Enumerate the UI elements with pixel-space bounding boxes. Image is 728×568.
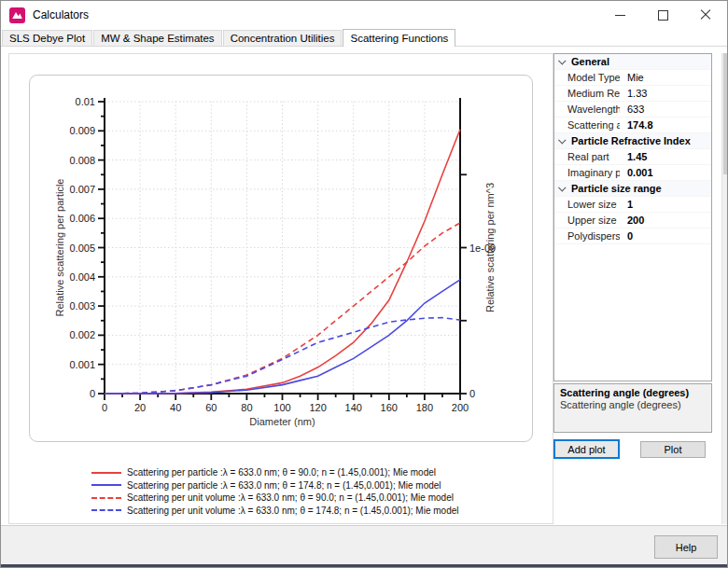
property-description-box: Scattering angle (degrees) Scattering an…: [553, 383, 712, 433]
legend-label: Scattering per unit volume :λ = 633.0 nm…: [127, 492, 454, 503]
footer-bar: Help: [1, 525, 728, 564]
chevron-down-icon[interactable]: [558, 184, 566, 191]
property-value[interactable]: 0.001: [627, 165, 653, 180]
legend-line-sample: [91, 509, 121, 511]
legend-item-3: Scattering per unit volume :λ = 633.0 nm…: [91, 505, 458, 518]
property-group-name: General: [571, 54, 609, 69]
legend-line-sample: [91, 472, 121, 474]
svg-text:0.002: 0.002: [69, 329, 95, 340]
property-value[interactable]: 1.33: [627, 86, 647, 101]
property-row-1-0[interactable]: Real part1.45: [554, 149, 711, 165]
property-row-0-3[interactable]: Scattering a174.8: [554, 118, 711, 133]
help-button[interactable]: Help: [654, 535, 718, 559]
svg-text:80: 80: [241, 402, 252, 413]
scrollbar-thumb[interactable]: [723, 53, 728, 174]
title-bar: Calculators: [1, 1, 727, 29]
add-plot-button[interactable]: Add plot: [553, 439, 620, 459]
property-description-text: Scattering angle (degrees): [560, 399, 706, 410]
maximize-button[interactable]: [641, 1, 684, 29]
chart-legend: Scattering per particle :λ = 633.0 nm; θ…: [91, 466, 458, 517]
property-row-2-2[interactable]: Polydispersi0: [554, 229, 711, 244]
svg-text:0: 0: [102, 402, 107, 413]
svg-text:20: 20: [134, 402, 146, 413]
property-row-1-1[interactable]: Imaginary p0.001: [554, 165, 711, 181]
property-row-2-1[interactable]: Upper size200: [554, 213, 711, 229]
legend-label: Scattering per unit volume :λ = 633.0 nm…: [127, 506, 458, 516]
settings-column: GeneralModel TypeMieMedium Re1.33Wavelen…: [553, 53, 712, 524]
property-label: Medium Re: [567, 86, 620, 101]
svg-text:40: 40: [170, 402, 181, 413]
property-label: Scattering a: [567, 118, 620, 132]
property-label: Model Type: [567, 70, 620, 85]
app-icon: [9, 7, 25, 23]
legend-item-0: Scattering per particle :λ = 633.0 nm; θ…: [91, 466, 458, 479]
legend-line-sample: [91, 484, 121, 486]
chevron-down-icon[interactable]: [558, 136, 566, 144]
tab-scattering-functions[interactable]: Scattering Functions: [343, 29, 455, 47]
axis-titles: Relative scattering per particleRelative…: [54, 179, 496, 427]
svg-text:0: 0: [469, 388, 475, 399]
tab-page-scattering-functions: 02040608010012014016018020000.0010.0020.…: [1, 46, 728, 525]
tab-mw-shape-estimates[interactable]: MW & Shape Estimates: [93, 30, 221, 46]
property-group-0[interactable]: General: [554, 54, 711, 70]
property-label: Upper size: [567, 213, 620, 228]
svg-text:0.001: 0.001: [69, 359, 95, 370]
svg-text:160: 160: [381, 402, 398, 413]
legend-item-2: Scattering per unit volume :λ = 633.0 nm…: [91, 492, 458, 505]
window-bottom-edge: [1, 564, 728, 568]
close-icon: [700, 9, 711, 21]
minimize-button[interactable]: [598, 1, 641, 29]
gridlines: [105, 102, 460, 394]
x-axis-label: Diameter (nm): [249, 416, 315, 427]
property-row-0-2[interactable]: Wavelength633: [554, 102, 711, 118]
property-value[interactable]: 200: [627, 213, 644, 228]
property-value[interactable]: 174.8: [627, 118, 653, 132]
y-axis-label-right: Relative scattering per nm^3: [484, 183, 496, 312]
property-value[interactable]: 633: [627, 102, 644, 117]
chart-panel: 02040608010012014016018020000.0010.0020.…: [8, 53, 553, 524]
window-title: Calculators: [33, 8, 89, 21]
svg-text:100: 100: [273, 402, 290, 413]
plot-button[interactable]: Plot: [640, 441, 706, 458]
tab-concentration-utilities[interactable]: Concentration Utilities: [223, 30, 343, 46]
svg-text:0.01: 0.01: [76, 96, 95, 107]
property-value[interactable]: 1.45: [627, 149, 647, 164]
svg-text:200: 200: [452, 402, 469, 413]
property-row-2-0[interactable]: Lower size1: [554, 197, 711, 213]
legend-label: Scattering per particle :λ = 633.0 nm; θ…: [127, 480, 441, 491]
chevron-down-icon[interactable]: [558, 57, 566, 64]
minimize-icon: [615, 15, 625, 16]
svg-text:120: 120: [309, 402, 326, 413]
svg-text:180: 180: [416, 402, 433, 413]
svg-text:0.006: 0.006: [69, 213, 95, 224]
tab-sls-debye-plot[interactable]: SLS Debye Plot: [2, 30, 92, 46]
series-line-2: [105, 223, 460, 394]
maximize-icon: [658, 10, 668, 21]
property-value[interactable]: 1: [627, 197, 633, 212]
y-axis-label-left: Relative scattering per particle: [54, 179, 65, 317]
svg-text:60: 60: [205, 402, 217, 413]
legend-line-sample: [91, 497, 121, 499]
svg-text:140: 140: [345, 402, 362, 413]
property-group-name: Particle size range: [571, 181, 662, 196]
svg-text:0.008: 0.008: [69, 155, 95, 166]
svg-text:0.005: 0.005: [69, 242, 95, 254]
property-group-2[interactable]: Particle size range: [554, 181, 711, 197]
property-description-title: Scattering angle (degrees): [560, 387, 706, 398]
property-group-name: Particle Refractive Index: [571, 133, 691, 148]
property-group-1[interactable]: Particle Refractive Index: [554, 133, 711, 149]
tab-bar: SLS Debye Plot MW & Shape Estimates Conc…: [1, 29, 727, 46]
legend-label: Scattering per particle :λ = 633.0 nm; θ…: [127, 467, 436, 478]
property-value[interactable]: Mie: [627, 70, 644, 85]
property-row-0-0[interactable]: Model TypeMie: [554, 70, 711, 86]
property-row-0-1[interactable]: Medium Re1.33: [554, 86, 711, 102]
chart-canvas: 02040608010012014016018020000.0010.0020.…: [30, 76, 532, 441]
close-button[interactable]: [684, 1, 727, 29]
vertical-scrollbar[interactable]: [721, 53, 728, 524]
svg-text:0.009: 0.009: [69, 125, 95, 136]
property-value[interactable]: 0: [627, 229, 633, 243]
svg-text:0: 0: [90, 388, 95, 399]
property-label: Wavelength: [567, 102, 620, 117]
svg-text:0.004: 0.004: [69, 271, 95, 283]
property-grid: GeneralModel TypeMieMedium Re1.33Wavelen…: [553, 53, 712, 381]
